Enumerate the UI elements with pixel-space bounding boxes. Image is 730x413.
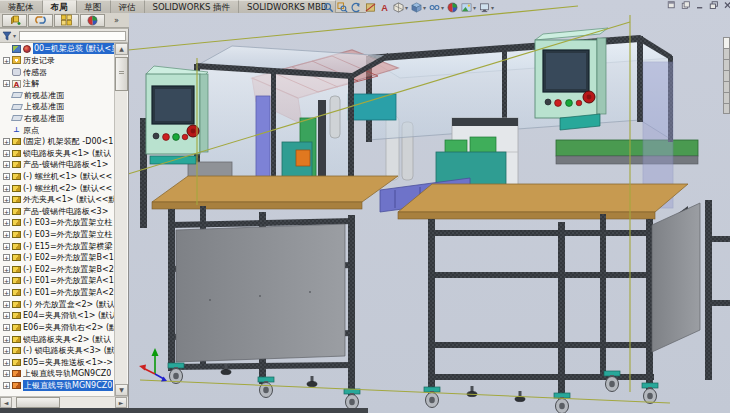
expand-toggle[interactable]: + — [3, 196, 10, 203]
tab-草图[interactable]: 草图 — [77, 0, 111, 13]
display-style-icon[interactable]: ▾ — [410, 1, 427, 13]
expand-toggle[interactable]: + — [3, 150, 10, 157]
expand-toggle[interactable]: + — [3, 370, 10, 377]
zoom-fit-icon[interactable] — [322, 1, 335, 13]
tree-item[interactable]: +(-) E02=外壳放置架B<2 — [0, 264, 115, 276]
scroll-up-button[interactable]: ▲ — [115, 43, 128, 55]
tree-item[interactable]: +A注解 — [0, 78, 115, 90]
hide-show-items-icon[interactable]: ▾ — [428, 1, 445, 13]
tree-horizontal-scrollbar[interactable]: ◄ ► — [0, 396, 128, 408]
task-pane-tab[interactable] — [723, 59, 730, 70]
expand-toggle[interactable]: + — [3, 80, 10, 87]
expand-toggle[interactable]: + — [3, 219, 10, 226]
mate-button[interactable] — [28, 14, 53, 27]
tree-item[interactable]: 右视基准面 — [0, 113, 115, 125]
task-pane-tab[interactable] — [723, 81, 730, 92]
expand-toggle[interactable]: + — [3, 138, 10, 145]
expand-toggle[interactable]: + — [3, 173, 10, 180]
filter-input[interactable] — [19, 31, 126, 41]
view-orientation-icon[interactable]: ▾ — [392, 1, 409, 13]
tree-item[interactable]: +产品-镀锡件电路板<1> — [0, 159, 115, 171]
expand-toggle[interactable]: + — [3, 57, 10, 64]
view-settings-icon[interactable]: ▾ — [478, 1, 495, 13]
task-pane-tab[interactable] — [723, 92, 730, 103]
cascade-window-icon[interactable] — [666, 1, 677, 10]
tree-item[interactable]: +E04=夹具滑轨<1> (默认 — [0, 310, 115, 322]
tree-item[interactable]: +产品-镀锡件电路板<3> — [0, 206, 115, 218]
vertical-scroll-thumb[interactable] — [115, 57, 128, 91]
task-pane-tab[interactable] — [723, 103, 730, 114]
left-control-panel[interactable] — [146, 66, 208, 164]
zoom-area-icon[interactable] — [336, 1, 349, 13]
expand-toggle[interactable]: + — [3, 208, 10, 215]
expand-toggle[interactable]: + — [3, 243, 10, 250]
tree-item[interactable]: +(-) E03=外壳放置架立柱 — [0, 217, 115, 229]
restore-icon[interactable] — [708, 1, 719, 10]
filter-icon[interactable] — [2, 31, 12, 41]
tree-item[interactable]: ⊥原点 — [0, 124, 115, 136]
insert-component-button[interactable] — [2, 14, 27, 27]
expand-toggle[interactable]: + — [3, 254, 10, 261]
tree-item[interactable]: +(-) E02=外壳放置架B<1 — [0, 252, 115, 264]
tree-item[interactable]: +(-) 锁电路板夹具<3> (默 — [0, 345, 115, 357]
expand-toggle[interactable]: + — [3, 161, 10, 168]
tree-item[interactable]: +(-) 外壳放置盒<2> (默认 — [0, 298, 115, 310]
close-icon[interactable] — [722, 1, 730, 10]
tree-item[interactable]: +(固定) 机架装配 -D00<1 — [0, 136, 115, 148]
expand-toggle[interactable]: + — [3, 266, 10, 273]
task-pane-tab[interactable] — [723, 70, 730, 81]
scroll-left-button[interactable]: ◄ — [0, 397, 12, 408]
component-pattern-button[interactable] — [54, 14, 79, 27]
tree-item[interactable]: 上视基准面 — [0, 101, 115, 113]
previous-view-icon[interactable] — [350, 1, 363, 13]
right-control-panel[interactable] — [535, 28, 608, 130]
expand-toggle[interactable]: + — [3, 277, 10, 284]
toolbar-overflow-chevron[interactable]: » — [114, 16, 119, 25]
scroll-right-button[interactable]: ► — [115, 397, 127, 408]
expand-toggle[interactable]: + — [3, 289, 10, 296]
tree-item[interactable]: 前视基准面 — [0, 89, 115, 101]
tab-SOLIDWORKS 插件[interactable]: SOLIDWORKS 插件 — [145, 0, 240, 13]
tree-item[interactable]: +上银直线导轨MGN9CZ0 — [0, 368, 115, 380]
expand-toggle[interactable]: + — [3, 359, 10, 366]
tree-item[interactable]: +E06=夹具滑轨右<2> (默 — [0, 322, 115, 334]
section-view-icon[interactable] — [364, 1, 377, 13]
tree-item[interactable]: +历史记录 — [0, 55, 115, 67]
expand-toggle[interactable]: + — [3, 312, 10, 319]
apply-scene-icon[interactable]: ▾ — [460, 1, 477, 13]
expand-toggle[interactable]: + — [3, 231, 10, 238]
horizontal-scroll-thumb[interactable] — [16, 397, 60, 408]
expand-toggle[interactable]: + — [3, 185, 10, 192]
task-pane-tab[interactable] — [723, 48, 730, 59]
tree-item[interactable]: +(-) E15=外壳放置架横梁 — [0, 240, 115, 252]
tree-item[interactable]: +(-) E01=外壳放置架A<2 — [0, 287, 115, 299]
tree-item[interactable]: +锁电路板夹具<1> (默认 — [0, 147, 115, 159]
expand-toggle[interactable]: + — [3, 347, 10, 354]
tree-item[interactable]: 传感器 — [0, 66, 115, 78]
edit-appearance-button[interactable] — [80, 14, 105, 27]
task-pane-tab[interactable] — [723, 37, 730, 48]
tile-window-icon[interactable] — [680, 1, 691, 10]
expand-toggle[interactable]: + — [3, 324, 10, 331]
edit-appearance-icon[interactable] — [446, 1, 459, 13]
tree-vertical-scrollbar[interactable]: ▲ ▼ — [114, 43, 127, 396]
tree-item[interactable]: +E05=夹具推送板<1>-> — [0, 356, 115, 368]
tree-item[interactable]: 00=机架总装 (默认<显 — [0, 43, 115, 55]
expand-toggle[interactable]: + — [3, 301, 10, 308]
tab-装配体[interactable]: 装配体 — [0, 0, 43, 13]
expand-toggle[interactable]: + — [3, 336, 10, 343]
tree-item[interactable]: +外壳夹具<1> (默认<<默 — [0, 194, 115, 206]
expand-toggle[interactable]: + — [3, 382, 10, 389]
tab-评估[interactable]: 评估 — [111, 0, 145, 13]
minimize-icon[interactable] — [694, 1, 705, 10]
tree-item[interactable]: +上银直线导轨MGN9CZ0 — [0, 380, 115, 392]
dynamic-annotation-icon[interactable]: A — [378, 1, 391, 13]
tree-item[interactable]: +(-) 螺丝机<2> (默认<< — [0, 182, 115, 194]
tree-item[interactable]: +(-) E01=外壳放置架A<1 — [0, 275, 115, 287]
tree-item[interactable]: +(-) E03=外壳放置架立柱 — [0, 229, 115, 241]
scroll-down-button[interactable]: ▼ — [115, 384, 128, 396]
filter-dropdown-arrow[interactable]: ▾ — [13, 32, 16, 39]
tab-布局[interactable]: 布局 — [43, 0, 77, 13]
tree-item[interactable]: +锁电路板夹具<2> (默认 — [0, 333, 115, 345]
tree-item[interactable]: +(-) 螺丝机<1> (默认<< — [0, 171, 115, 183]
